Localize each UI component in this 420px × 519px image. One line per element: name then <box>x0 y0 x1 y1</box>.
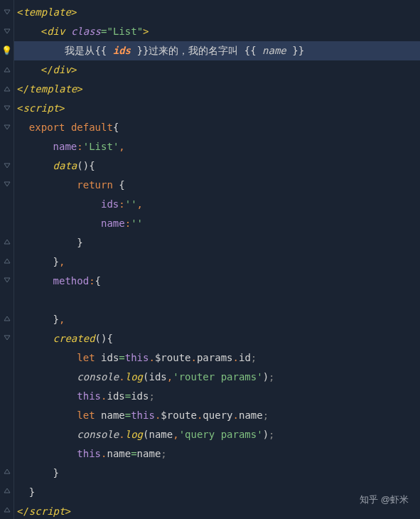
gutter: 💡 <box>0 0 14 519</box>
gutter-spacer <box>0 347 14 366</box>
code-line: <template> <box>14 3 420 22</box>
watermark: 知乎 @虾米 <box>360 493 409 506</box>
fold-down-icon[interactable] <box>0 22 14 41</box>
fold-up-icon[interactable] <box>0 80 14 99</box>
code-line: data(){ <box>14 156 420 176</box>
code-line: }, <box>14 252 420 272</box>
code-line: } <box>14 233 420 252</box>
code-line-active: 我是从{{ ids }}过来的，我的名字叫 {{ name }} <box>14 41 420 60</box>
code-line: <div class="List"> <box>14 22 420 41</box>
code-line: name:'' <box>14 214 420 233</box>
lightbulb-icon[interactable]: 💡 <box>0 41 14 60</box>
code-line: } <box>14 464 420 483</box>
fold-up-icon[interactable] <box>0 232 14 252</box>
fold-up-icon[interactable] <box>0 309 14 328</box>
code-line: console.log(ids,'router params'); <box>14 368 420 387</box>
gutter-spacer <box>0 194 14 213</box>
fold-up-icon[interactable] <box>0 60 14 80</box>
fold-up-icon[interactable] <box>0 461 14 481</box>
fold-up-icon[interactable] <box>0 252 14 271</box>
code-line: }, <box>14 310 420 329</box>
code-line: this.ids=ids; <box>14 387 420 406</box>
code-area[interactable]: <template> <div class="List"> 我是从{{ ids … <box>14 0 420 519</box>
code-line: console.log(name,'query params'); <box>14 425 420 444</box>
fold-down-icon[interactable] <box>0 3 14 22</box>
code-line: ids:'', <box>14 195 420 214</box>
gutter-spacer <box>0 366 14 385</box>
fold-down-icon[interactable] <box>0 98 14 117</box>
code-line: method:{ <box>14 272 420 291</box>
code-line: </div> <box>14 60 420 80</box>
fold-down-icon[interactable] <box>0 328 14 347</box>
fold-down-icon[interactable] <box>0 117 14 137</box>
gutter-spacer <box>0 137 14 156</box>
fold-up-icon[interactable] <box>0 481 14 500</box>
code-line: this.name=name; <box>14 444 420 464</box>
code-line: export default{ <box>14 118 420 137</box>
code-line: return { <box>14 176 420 195</box>
code-line: <script> <box>14 99 420 118</box>
code-editor: 💡 <template> <div class="List"> 我是从{{ id… <box>0 0 420 519</box>
gutter-spacer <box>0 405 14 424</box>
fold-down-icon[interactable] <box>0 156 14 175</box>
code-line: </template> <box>14 80 420 99</box>
gutter-spacer <box>0 424 14 443</box>
code-line <box>14 291 420 310</box>
code-line: name:'List', <box>14 137 420 156</box>
gutter-spacer <box>0 385 14 405</box>
code-line: let name=this.$route.query.name; <box>14 406 420 425</box>
gutter-spacer <box>0 442 14 461</box>
fold-down-icon[interactable] <box>0 175 14 194</box>
fold-down-icon[interactable] <box>0 270 14 289</box>
gutter-spacer <box>0 289 14 309</box>
code-line: let ids=this.$route.params.id; <box>14 348 420 368</box>
gutter-spacer <box>0 213 14 232</box>
fold-up-icon[interactable] <box>0 500 14 519</box>
code-line: created(){ <box>14 329 420 348</box>
